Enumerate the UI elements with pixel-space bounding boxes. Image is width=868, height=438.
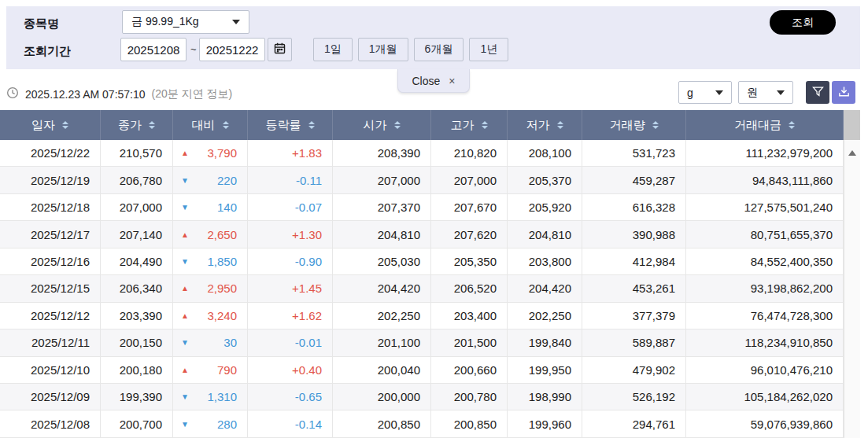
- filter-button[interactable]: [806, 81, 829, 104]
- date-to-input[interactable]: [199, 38, 265, 61]
- value-cell: 118,234,910,850: [686, 329, 844, 355]
- value-cell: 76,474,728,300: [686, 303, 844, 329]
- table-row[interactable]: 2025/12/19206,780▼220-0.11207,000207,000…: [0, 167, 844, 193]
- period-button-1day[interactable]: 1일: [313, 38, 353, 61]
- column-header-close[interactable]: 종가: [101, 110, 173, 140]
- period-button-group: 1일 1개월 6개월 1년: [313, 38, 508, 61]
- open-cell: 200,850: [333, 410, 431, 436]
- down-arrow-icon: ▼: [181, 420, 189, 429]
- column-header-label: 시가: [364, 118, 387, 133]
- table-row[interactable]: 2025/12/17207,140▲2,650+1.30204,810207,6…: [0, 221, 844, 248]
- table-row[interactable]: 2025/12/16204,490▼1,850-0.90205,030205,3…: [0, 248, 844, 275]
- sort-icon: [557, 121, 563, 129]
- change-cell: ▼30: [173, 329, 248, 355]
- change-cell: ▲2,950: [173, 275, 248, 301]
- table-row[interactable]: 2025/12/08200,700▼280-0.14200,850200,850…: [0, 410, 844, 437]
- volume-cell: 390,988: [582, 221, 686, 247]
- volume-cell: 616,328: [582, 194, 686, 220]
- column-header-low[interactable]: 저가: [508, 110, 582, 140]
- close-cell: 207,000: [101, 194, 173, 220]
- scroll-up-arrow-icon[interactable]: [848, 150, 856, 156]
- low-cell: 199,950: [508, 357, 582, 383]
- column-header-volume[interactable]: 거래량: [582, 110, 686, 140]
- date-from-input[interactable]: [120, 38, 187, 61]
- date-cell: 2025/12/11: [0, 329, 101, 355]
- value-cell: 105,184,262,020: [686, 384, 844, 410]
- sort-icon: [394, 121, 401, 129]
- vertical-scrollbar[interactable]: [844, 140, 860, 438]
- weight-unit-select[interactable]: g: [678, 81, 732, 104]
- rate-cell: +1.62: [248, 303, 333, 329]
- table-row[interactable]: 2025/12/22210,570▲3,790+1.83208,390210,8…: [0, 140, 844, 167]
- low-cell: 208,100: [508, 140, 582, 166]
- up-arrow-icon: ▲: [181, 149, 189, 157]
- timestamp: 2025.12.23 AM 07:57:10: [25, 88, 146, 101]
- column-header-change[interactable]: 대비: [173, 110, 248, 140]
- close-tab[interactable]: Close ×: [397, 69, 470, 93]
- change-value: 1,850: [207, 255, 237, 268]
- up-arrow-icon: ▲: [181, 230, 189, 239]
- change-cell: ▲2,650: [173, 221, 248, 247]
- open-cell: 200,040: [333, 357, 431, 383]
- low-cell: 205,370: [508, 167, 582, 193]
- chevron-down-icon: [777, 90, 785, 95]
- status-row: 2025.12.23 AM 07:57:10 (20분 지연 정보): [6, 86, 232, 102]
- column-header-label: 거래대금: [734, 118, 781, 133]
- high-cell: 207,000: [431, 167, 508, 193]
- funnel-icon: [811, 85, 825, 101]
- date-cell: 2025/12/16: [0, 248, 101, 274]
- column-header-rate[interactable]: 등락률: [248, 110, 333, 140]
- item-select[interactable]: 금 99.99_1Kg: [122, 10, 249, 34]
- close-icon[interactable]: ×: [449, 75, 455, 87]
- calendar-button[interactable]: [268, 38, 292, 61]
- period-button-6month[interactable]: 6개월: [414, 38, 464, 61]
- table-row[interactable]: 2025/12/09199,390▼1,310-0.65200,000200,7…: [0, 384, 844, 410]
- change-cell: ▼280: [173, 410, 248, 436]
- change-value: 2,650: [207, 228, 237, 241]
- high-cell: 207,620: [431, 221, 508, 247]
- table-row[interactable]: 2025/12/18207,000▼140-0.07207,370207,670…: [0, 194, 844, 221]
- up-arrow-icon: ▲: [181, 311, 189, 320]
- rate-cell: -0.14: [248, 410, 333, 436]
- currency-unit-select[interactable]: 원: [738, 81, 793, 104]
- rate-cell: +1.83: [248, 140, 333, 166]
- table-row[interactable]: 2025/12/12203,390▲3,240+1.62202,250203,4…: [0, 303, 844, 329]
- column-header-label: 일자: [31, 118, 55, 133]
- column-header-open[interactable]: 시가: [333, 110, 431, 140]
- close-cell: 200,700: [101, 410, 173, 436]
- down-arrow-icon: ▼: [181, 338, 189, 347]
- column-header-value[interactable]: 거래대금: [686, 110, 844, 140]
- table-body: 2025/12/22210,570▲3,790+1.83208,390210,8…: [0, 140, 844, 438]
- open-cell: 201,100: [333, 329, 431, 355]
- change-value: 140: [217, 201, 237, 214]
- download-button[interactable]: [832, 81, 855, 104]
- up-arrow-icon: ▲: [181, 366, 189, 374]
- column-header-date[interactable]: 일자: [0, 110, 101, 140]
- column-header-high[interactable]: 고가: [431, 110, 508, 140]
- sort-icon: [223, 121, 229, 129]
- value-cell: 59,076,939,860: [686, 410, 844, 436]
- scrollbar-header-filler: [844, 110, 860, 140]
- table-row[interactable]: 2025/12/11200,150▼30-0.01201,100201,5001…: [0, 329, 844, 356]
- item-select-value: 금 99.99_1Kg: [131, 15, 199, 29]
- high-cell: 207,670: [431, 194, 508, 220]
- column-header-label: 등락률: [266, 118, 301, 133]
- change-cell: ▲3,790: [173, 140, 248, 166]
- period-button-1month[interactable]: 1개월: [358, 38, 408, 61]
- change-cell: ▲790: [173, 357, 248, 383]
- low-cell: 199,840: [508, 329, 582, 355]
- sort-icon: [789, 121, 795, 129]
- filter-panel: 종목명 금 99.99_1Kg 조회 조회기간 ~ 1일 1개월 6개월 1년: [6, 6, 860, 69]
- table-row[interactable]: 2025/12/10200,180▲790+0.40200,040200,660…: [0, 357, 844, 384]
- close-cell: 204,490: [101, 248, 173, 274]
- search-button[interactable]: 조회: [770, 10, 836, 35]
- date-cell: 2025/12/08: [0, 410, 101, 436]
- period-button-1year[interactable]: 1년: [469, 38, 508, 61]
- currency-unit-value: 원: [747, 86, 758, 100]
- change-cell: ▼140: [173, 194, 248, 220]
- column-header-label: 저가: [526, 118, 550, 133]
- date-cell: 2025/12/10: [0, 357, 101, 383]
- low-cell: 204,420: [508, 275, 582, 301]
- table-row[interactable]: 2025/12/15206,340▲2,950+1.45204,420206,5…: [0, 275, 844, 302]
- volume-cell: 589,887: [582, 329, 686, 355]
